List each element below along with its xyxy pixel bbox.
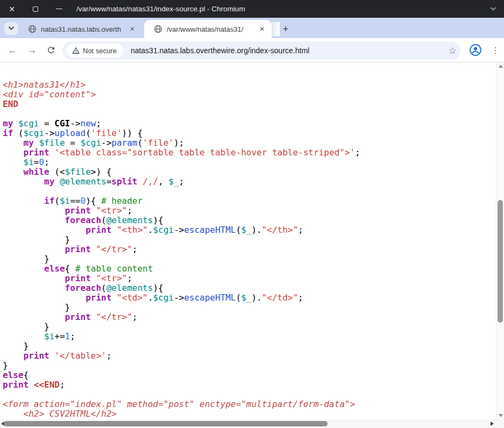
browser-menu-button[interactable]: ⋮ xyxy=(487,42,503,58)
window-close-button[interactable]: ✕ xyxy=(3,0,21,18)
code-line: my @elements=split /,/, $_; xyxy=(3,177,496,187)
tab-label-fade xyxy=(266,22,280,36)
code-line: print "</tr>"; xyxy=(3,245,496,254)
tab-natas31-page[interactable]: natas31.natas.labs.overth ✕ xyxy=(20,20,142,38)
minimize-icon xyxy=(56,9,62,10)
source-code: <h1>natas31</h1><div id="content">END my… xyxy=(0,62,496,419)
window-minimize-button[interactable] xyxy=(50,0,68,18)
tab-label-fade xyxy=(131,22,145,36)
star-icon: ☆ xyxy=(448,46,456,56)
horizontal-scrollbar[interactable] xyxy=(0,419,496,428)
code-line: } xyxy=(3,322,496,332)
tab-search-button[interactable] xyxy=(4,22,18,35)
warning-triangle-icon xyxy=(72,47,80,54)
code-line: END xyxy=(3,99,496,109)
code-line: } xyxy=(3,341,496,351)
titlebar-chevron-button[interactable] xyxy=(487,0,500,18)
code-line: while (<$file>) { xyxy=(3,167,496,177)
horizontal-scrollbar-thumb[interactable] xyxy=(4,421,328,426)
browser-window: ✕ /var/www/natas/natas31/index-source.pl… xyxy=(0,0,504,428)
forward-button[interactable]: → xyxy=(24,42,40,58)
chevron-down-icon xyxy=(490,7,496,11)
address-bar[interactable]: Not secure natas31.natas.labs.overthewir… xyxy=(62,41,460,60)
code-line: if($i==0){ # header xyxy=(3,196,496,206)
globe-icon xyxy=(154,25,162,33)
code-line: print "<tr>"; xyxy=(3,206,496,216)
code-line: } xyxy=(3,254,496,264)
plus-icon: + xyxy=(282,23,288,35)
tab-label: /var/www/natas/natas31/ xyxy=(167,25,255,33)
code-line xyxy=(3,109,496,119)
code-line: else{ # table content xyxy=(3,264,496,274)
chevron-down-icon xyxy=(8,26,15,31)
vertical-scrollbar[interactable] xyxy=(496,62,504,419)
scroll-up-arrow-icon[interactable] xyxy=(499,65,503,68)
bookmark-star-button[interactable]: ☆ xyxy=(444,45,460,56)
scroll-right-arrow-icon[interactable] xyxy=(491,422,494,426)
code-line: print "<th>".$cgi->escapeHTML($_)."</th>… xyxy=(3,225,496,235)
code-line: foreach(@elements){ xyxy=(3,216,496,225)
code-line: my $cgi = CGI->new; xyxy=(3,119,496,129)
code-line: $i+=1; xyxy=(3,332,496,341)
close-icon: ✕ xyxy=(9,5,15,13)
scroll-down-arrow-icon[interactable] xyxy=(499,414,503,417)
profile-button[interactable] xyxy=(467,42,484,58)
tab-index-source-active[interactable]: /var/www/natas/natas31/ ✕ xyxy=(144,20,272,38)
window-title: /var/www/natas/natas31/index-source.pl -… xyxy=(76,0,245,18)
close-icon: ✕ xyxy=(259,25,265,33)
reload-icon xyxy=(46,45,56,55)
window-maximize-button[interactable] xyxy=(26,0,45,18)
code-line: print "<tr>"; xyxy=(3,274,496,283)
code-line: my $file = $cgi->param('file'); xyxy=(3,138,496,148)
code-line: print "</tr>"; xyxy=(3,312,496,322)
code-line: <div id="content"> xyxy=(3,90,496,99)
browser-toolbar: ← → Not secure natas31.natas.labs.overth… xyxy=(0,38,504,62)
tab-strip: natas31.natas.labs.overth ✕ /var/www/nat… xyxy=(0,18,504,38)
code-line: print "<td>".$cgi->escapeHTML($_)."</td>… xyxy=(3,293,496,303)
avatar-icon xyxy=(469,44,482,56)
code-line: } xyxy=(3,235,496,245)
code-line: print '</table>'; xyxy=(3,351,496,361)
kebab-menu-icon: ⋮ xyxy=(491,45,500,55)
code-line xyxy=(3,390,496,400)
maximize-icon xyxy=(33,6,38,12)
security-chip[interactable]: Not secure xyxy=(67,44,123,58)
forward-arrow-icon: → xyxy=(27,45,37,56)
code-line: else{ xyxy=(3,370,496,380)
code-line: $i=0; xyxy=(3,158,496,167)
code-line: foreach(@elements){ xyxy=(3,283,496,293)
security-label: Not secure xyxy=(83,47,117,55)
code-line: print '<table class="sortable table tabl… xyxy=(3,148,496,158)
code-line xyxy=(3,187,496,196)
new-tab-button[interactable]: + xyxy=(279,22,293,36)
reload-button[interactable] xyxy=(43,42,59,58)
scrollbar-corner xyxy=(496,419,504,428)
back-arrow-icon: ← xyxy=(8,45,17,56)
code-line: } xyxy=(3,361,496,370)
code-line: <form action="index.pl" method="post" en… xyxy=(3,400,496,409)
code-line: <h1>natas31</h1> xyxy=(3,80,496,90)
code-line: <h2> CSV2HTML</h2> xyxy=(3,409,496,419)
code-line: if ($cgi->upload('file')) { xyxy=(3,129,496,138)
window-titlebar: ✕ /var/www/natas/natas31/index-source.pl… xyxy=(0,0,504,18)
code-line: } xyxy=(3,303,496,312)
code-line: print <<END; xyxy=(3,380,496,390)
back-button[interactable]: ← xyxy=(4,42,20,58)
tab-label: natas31.natas.labs.overth xyxy=(41,25,126,33)
page-content: <h1>natas31</h1><div id="content">END my… xyxy=(0,62,496,419)
url-text: natas31.natas.labs.overthewire.org/index… xyxy=(131,46,444,55)
vertical-scrollbar-thumb[interactable] xyxy=(498,200,503,323)
globe-icon xyxy=(28,25,37,33)
